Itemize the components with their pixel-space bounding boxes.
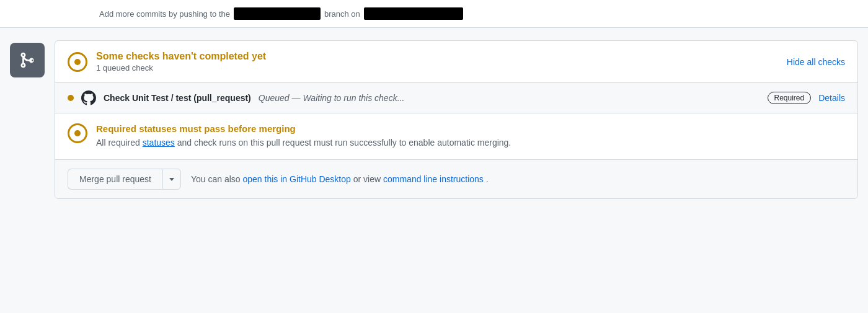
checks-panel: Some checks haven't completed yet 1 queu… <box>55 40 858 199</box>
commit-bar: Add more commits by pushing to the branc… <box>0 0 868 28</box>
repo-name-redacted <box>364 7 463 20</box>
github-desktop-link[interactable]: open this in GitHub Desktop <box>243 174 351 184</box>
required-statuses-title: Required statuses must pass before mergi… <box>96 123 511 134</box>
also-text-after: . <box>486 174 489 184</box>
check-logo-icon <box>81 90 96 105</box>
merge-dropdown-button[interactable] <box>162 169 181 190</box>
merge-also-text: You can also open this in GitHub Desktop… <box>191 174 489 184</box>
merge-footer: Merge pull request You can also open thi… <box>55 160 857 198</box>
statuses-link[interactable]: statuses <box>143 138 175 148</box>
check-name: Check Unit Test / test (pull_request) <box>104 93 251 103</box>
required-statuses-section: Required statuses must pass before mergi… <box>55 113 857 160</box>
required-desc-after: and check runs on this pull request must… <box>177 138 512 148</box>
required-status-icon <box>68 123 87 143</box>
merge-pull-request-button[interactable]: Merge pull request <box>68 169 162 190</box>
merge-button-group: Merge pull request <box>68 169 181 190</box>
check-status-text: Queued — Waiting to run this check... <box>259 93 405 103</box>
check-details-link[interactable]: Details <box>818 93 845 103</box>
required-desc-before: All required <box>96 138 140 148</box>
checks-title: Some checks haven't completed yet <box>96 51 266 62</box>
commit-bar-text-middle: branch on <box>324 9 360 19</box>
check-row-right: Required Details <box>768 92 846 104</box>
also-text-before: You can also <box>191 174 241 184</box>
hide-all-checks-button[interactable]: Hide all checks <box>787 57 845 67</box>
required-statuses-content: Required statuses must pass before mergi… <box>96 123 511 149</box>
git-merge-svg <box>19 51 36 69</box>
checks-header: Some checks haven't completed yet 1 queu… <box>55 41 857 83</box>
chevron-down-icon <box>169 178 174 181</box>
command-line-instructions-link[interactable]: command line instructions <box>383 174 484 184</box>
main-content: Some checks haven't completed yet 1 queu… <box>0 28 868 211</box>
checks-subtitle: 1 queued check <box>96 63 266 73</box>
page-wrapper: Add more commits by pushing to the branc… <box>0 0 868 313</box>
checks-title-group: Some checks haven't completed yet 1 queu… <box>96 51 266 73</box>
sidebar-network-icon <box>10 43 45 77</box>
branch-name-redacted <box>234 7 321 20</box>
required-badge: Required <box>768 92 812 104</box>
checks-header-left: Some checks haven't completed yet 1 queu… <box>68 51 266 73</box>
check-row: Check Unit Test / test (pull_request) Qu… <box>55 83 857 113</box>
required-statuses-desc: All required statuses and check runs on … <box>96 136 511 149</box>
commit-bar-text-before: Add more commits by pushing to the <box>99 9 230 19</box>
also-text-middle: or view <box>353 174 381 184</box>
check-status-dot <box>68 95 74 101</box>
pending-status-icon <box>68 52 87 72</box>
